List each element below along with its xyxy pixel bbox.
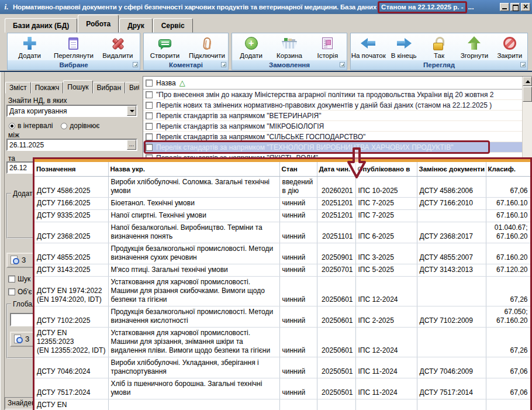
arrow-left-icon xyxy=(361,38,376,49)
radio-group: в інтервалі дорівнює xyxy=(9,122,99,130)
window-buttons xyxy=(500,3,530,11)
toolbar-group-label: Замовлення xyxy=(269,61,310,68)
toolbar-button-comment[interactable]: Створити xyxy=(144,34,186,60)
selected-row-annotation xyxy=(144,140,490,154)
list-item[interactable]: Перелік стандартів за напрямком "ВЕТЕРИН… xyxy=(143,111,532,121)
checkbox-label: Шук xyxy=(18,275,30,283)
ribbon-tab-3[interactable]: Друк xyxy=(119,18,152,33)
table-row[interactable]: ДСТУ 7046:2024Вироби хлібобулочні. Уклад… xyxy=(34,357,530,378)
row-checkbox[interactable] xyxy=(146,112,153,119)
standards-table-popup: ПозначенняНазва укр.СтанДата чин.Опублік… xyxy=(33,157,532,410)
list-item-label: Перелік стандартів за напрямком "МІКРОБІ… xyxy=(156,122,324,130)
sidebar-tab-1[interactable]: Зміст xyxy=(5,82,31,94)
toolbar-button-plus[interactable]: Додати xyxy=(8,34,51,60)
toolbar-button-padlock[interactable]: Так xyxy=(422,34,457,60)
table-header-row: ПозначенняНазва укр.СтанДата чин.Опублік… xyxy=(34,162,530,176)
toolbar-button-notepad[interactable]: Переглянути xyxy=(51,34,95,60)
maximize-button[interactable] xyxy=(510,3,520,11)
field-dropdown-value: Дата коригування xyxy=(8,107,127,115)
select-all-checkbox[interactable] xyxy=(146,80,153,87)
toolbar-button-delete-x[interactable]: Видалити xyxy=(96,34,140,60)
table-row[interactable]: ДСТУ EN 12355:2023 (EN 12355:2022, IDT)У… xyxy=(34,327,530,357)
sidebar-tab-3[interactable]: Пошук xyxy=(63,80,92,94)
title-ellipsis: ... xyxy=(468,3,474,11)
table-row[interactable]: ДСТУ 3143:2025М'ясо птиці. Загальні техн… xyxy=(34,264,530,276)
field-dropdown[interactable]: Дата коригування xyxy=(6,105,137,117)
radio-interval-label: в інтервалі xyxy=(18,122,53,130)
minimize-button[interactable] xyxy=(500,3,509,11)
table-row[interactable]: ДСТУ 2368:2025Напої безалкогольні. Вироб… xyxy=(34,222,530,243)
list-header-label: Назва xyxy=(156,79,176,87)
toolbar-button-basket[interactable]: Корзина xyxy=(270,34,308,60)
column-header: Класиф. xyxy=(486,162,530,176)
table-row[interactable]: ДСТУ 7166:2025Біоетанол. Технічні умович… xyxy=(34,197,530,209)
list-header[interactable]: Назва xyxy=(143,77,532,89)
delete-x-icon xyxy=(111,37,124,50)
app-icon: i. xyxy=(2,2,11,12)
down-arrow-annotation xyxy=(346,147,367,180)
arrow-right-icon xyxy=(396,38,412,49)
sort-ascending-icon[interactable] xyxy=(179,78,185,87)
sidebar-tab-4[interactable]: Вибран xyxy=(93,82,126,94)
toolbar-button-arrow-left[interactable]: На початок xyxy=(351,34,386,60)
ribbon-tab-4[interactable]: Сервіс xyxy=(153,18,193,33)
doc-search-icon xyxy=(10,256,19,265)
list-item-label: Перелік стандартів за напрямком "ВЕТЕРИН… xyxy=(156,112,322,120)
table-row[interactable]: ДСТУ 4855:2025Продукція безалкогольної п… xyxy=(34,243,530,264)
close-button[interactable] xyxy=(521,3,530,11)
toolbar-group-label: Перегляд xyxy=(423,61,455,68)
chevron-down-icon[interactable] xyxy=(127,106,136,116)
checkbox[interactable] xyxy=(8,288,15,295)
additional-group-label: Додат xyxy=(11,190,34,198)
date-highlight-annotation: Станом на 22.12.2025 р. - xyxy=(378,1,467,13)
toolbar-button-paperclip[interactable]: Підключити xyxy=(186,34,228,60)
toolbar-button-history[interactable]: Історія xyxy=(309,34,347,60)
toolbar-button-add-circle[interactable]: Додати xyxy=(232,34,270,60)
row-checkbox[interactable] xyxy=(146,91,153,98)
row-checkbox[interactable] xyxy=(146,123,153,130)
toolbar-group-2: СтворитиПідключитиКоментарі xyxy=(143,33,229,70)
toolbar-button-close-circle[interactable]: Закрити xyxy=(492,34,527,60)
global-search-button-label: З xyxy=(25,335,29,343)
dialog-launcher-icon[interactable] xyxy=(133,62,138,67)
toolbar-button-arrow-right[interactable]: В кінець xyxy=(386,34,421,60)
checkbox[interactable] xyxy=(8,275,15,282)
list-item[interactable]: Перелік нових та змінених нормативно-пра… xyxy=(143,100,532,111)
titlebar: i. Нормативно-правові документи у сфері … xyxy=(0,0,532,14)
sidebar-tab-5[interactable]: Вибірка xyxy=(125,82,139,94)
padlock-icon xyxy=(433,37,445,50)
table-row[interactable]: ДСТУ 7102:2025Продукція безалкогольної п… xyxy=(34,306,530,327)
sidebar-tab-bar: ЗмістПокажчПошукВибранВибірка xyxy=(5,80,139,94)
scrollbar-thumb[interactable] xyxy=(523,87,532,102)
column-header: Позначення xyxy=(34,162,108,176)
toolbar-button-arrow-up[interactable]: Згорнути xyxy=(457,34,492,60)
radio-interval[interactable] xyxy=(9,123,15,129)
table-row[interactable]: ДСТУ EN 13885:2016 (EN 13885:2005Устатко… xyxy=(34,399,530,410)
paperclip-icon xyxy=(203,37,211,50)
toolbar-group-4: На початокВ кінецьТакЗгорнутиЗакритиПере… xyxy=(350,33,528,70)
toolbar-group-label: Коментарі xyxy=(169,61,203,68)
table-row[interactable]: ДСТУ EN 1974:2022 (EN 1974:2020, IDT)Уст… xyxy=(34,276,530,306)
sidebar-tab-2[interactable]: Покажч xyxy=(31,82,64,94)
dialog-launcher-icon[interactable] xyxy=(340,62,345,67)
scroll-up-icon[interactable] xyxy=(523,77,532,86)
ribbon-tab-2[interactable]: Робота xyxy=(78,15,119,33)
dialog-launcher-icon[interactable] xyxy=(221,62,226,67)
down-arrow-icon xyxy=(346,147,367,180)
ribbon-tab-1[interactable]: Бази даних (БД) xyxy=(5,18,77,33)
between-label: між xyxy=(8,131,19,139)
list-item[interactable]: Перелік стандартів за напрямком "МІКРОБІ… xyxy=(143,121,532,132)
date-from-field[interactable]: 26.11.2025 ... xyxy=(6,139,137,151)
table-row[interactable]: ДСТУ 4586:2025Вироби хлібобулочні. Солом… xyxy=(34,176,530,197)
radio-equals[interactable] xyxy=(61,123,67,129)
list-item[interactable]: "Про внесення змін до наказу Міністерств… xyxy=(143,89,532,100)
add-circle-icon xyxy=(245,37,258,50)
table-row[interactable]: ДСТУ 9335:2025Напої спиртні. Технічні ум… xyxy=(34,209,530,222)
table-row[interactable]: ДСТУ 7517:2024Хліб із пшеничного борошна… xyxy=(34,378,530,399)
column-header: Назва укр. xyxy=(108,162,279,176)
dialog-launcher-icon[interactable] xyxy=(520,62,526,67)
ellipsis-button[interactable]: ... xyxy=(127,140,136,150)
row-checkbox[interactable] xyxy=(146,133,153,140)
row-checkbox[interactable] xyxy=(146,102,153,109)
toolbar-group-1: ДодатиПереглянутиВидалитиВибране xyxy=(7,33,140,70)
